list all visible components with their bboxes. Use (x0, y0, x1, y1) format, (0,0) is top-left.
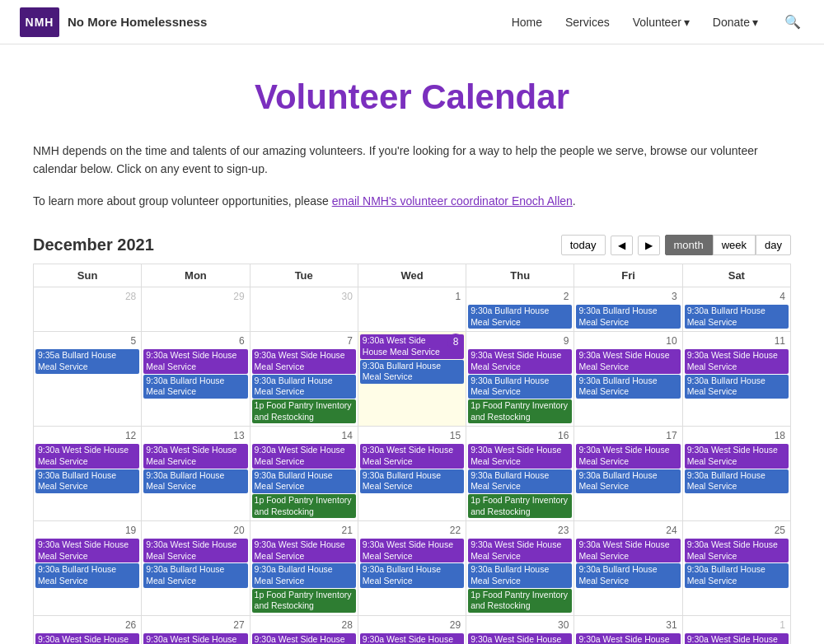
event[interactable]: 9:30a West Side House Meal Service (685, 539, 789, 562)
nav-donate[interactable]: Donate ▾ (713, 16, 758, 29)
event[interactable]: 1p Food Pantry Inventory and Restocking (468, 399, 572, 423)
event[interactable]: 9:30a Bullard House Meal Service (685, 563, 789, 587)
event[interactable]: 9:30a Bullard House Meal Service (685, 305, 789, 329)
nav-home[interactable]: Home (512, 16, 542, 29)
week-view-button[interactable]: week (713, 235, 756, 255)
event[interactable]: 9:30a West Side House Meal Service (252, 539, 356, 562)
event[interactable]: 9:30a Bullard House Meal Service (360, 563, 464, 587)
event[interactable]: 9:30a West Side House Meal Service (360, 444, 464, 468)
col-sun: Sun (34, 264, 142, 287)
table-row: 28 29 30 1 2 9:30a Bullard House Meal Se… (34, 287, 791, 332)
event[interactable]: 9:30a West Side House Meal Service (685, 444, 789, 468)
event[interactable]: 9:30a West Side House Meal Service (143, 633, 247, 644)
next-button[interactable]: ▶ (638, 236, 660, 255)
event[interactable]: 9:30a Bullard House Meal Service (468, 563, 572, 587)
event[interactable]: 9:30a Bullard House Meal Service (576, 563, 680, 587)
event[interactable]: 9:30a Bullard House Meal Service (685, 469, 789, 493)
intro-paragraph-1: NMH depends on the time and talents of o… (33, 142, 791, 179)
event[interactable]: 9:30a Bullard House Meal Service (360, 360, 464, 384)
event[interactable]: 9:30a West Side House Meal Service (360, 539, 464, 562)
event[interactable]: 9:30a Bullard House Meal Service (576, 375, 680, 399)
event[interactable]: 9:30a Bullard House Meal Service (143, 375, 247, 399)
event[interactable]: 9:30a Bullard House Meal Service (468, 469, 572, 493)
event[interactable]: 9:30a West Side House Meal Service (35, 633, 139, 644)
event[interactable]: 9:30a West Side House Meal Service (576, 349, 680, 373)
nav-volunteer[interactable]: Volunteer ▾ (633, 16, 690, 29)
event[interactable]: 9:30a West Side House Meal Service (468, 633, 572, 644)
event[interactable]: 9:30a Bullard House Meal Service (576, 305, 680, 329)
day-cell: 20 9:30a West Side House Meal Service 9:… (142, 521, 250, 616)
event[interactable]: 9:30a West Side House Meal Service (576, 444, 680, 468)
month-view-button[interactable]: month (665, 235, 713, 255)
day-cell: 21 9:30a West Side House Meal Service 9:… (250, 521, 358, 616)
event[interactable]: 9:30a Bullard House Meal Service (468, 305, 572, 329)
event[interactable]: 9:30a West Side House Meal Service (252, 444, 356, 468)
logo-icon: NMH (20, 7, 59, 37)
event[interactable]: 9:30a Bullard House Meal Service (252, 563, 356, 587)
day-cell: 7 9:30a West Side House Meal Service 9:3… (250, 332, 358, 427)
day-cell: 22 9:30a West Side House Meal Service 9:… (358, 521, 466, 616)
event[interactable]: 9:30a West Side House Meal Service (468, 444, 572, 468)
day-view-button[interactable]: day (756, 235, 791, 255)
event[interactable]: 9:30a West Side House Meal Service (468, 539, 572, 562)
event[interactable]: 1p Food Pantry Inventory and Restocking (252, 494, 356, 518)
event[interactable]: 9:30a West Side House Meal Service (252, 349, 356, 373)
event[interactable]: 9:30a West Side House Meal Service (576, 633, 680, 644)
event[interactable]: 9:30a Bullard House Meal Service (252, 375, 356, 399)
col-tue: Tue (250, 264, 358, 287)
day-cell: 28 9:30a West Side House Meal Service 9:… (250, 615, 358, 644)
event[interactable]: 9:30a Bullard House Meal Service (360, 469, 464, 493)
day-cell: 1 9:30a West Side House Meal Service 9:3… (682, 615, 790, 644)
today-button[interactable]: today (561, 235, 606, 255)
day-cell: 3 9:30a Bullard House Meal Service (574, 287, 682, 332)
day-cell: 2 9:30a Bullard House Meal Service (466, 287, 574, 332)
event[interactable]: 1p Food Pantry Inventory and Restocking (468, 589, 572, 613)
day-cell: 23 9:30a West Side House Meal Service 9:… (466, 521, 574, 616)
logo-text: NMH (26, 16, 54, 29)
event[interactable]: 9:30a Bullard House Meal Service (685, 375, 789, 399)
event[interactable]: 9:30a Bullard House Meal Service (35, 469, 139, 493)
event[interactable]: 9:30a Bullard House Meal Service (252, 469, 356, 493)
event[interactable]: 1p Food Pantry Inventory and Restocking (252, 589, 356, 613)
day-cell: 28 (34, 287, 142, 332)
event[interactable]: 9:30a Bullard House Meal Service (143, 469, 247, 493)
main-content: Volunteer Calendar NMH depends on the ti… (16, 44, 808, 644)
event[interactable]: 9:30a West Side House Meal Service (35, 444, 139, 468)
event[interactable]: 9:30a Bullard House Meal Service (35, 563, 139, 587)
event[interactable]: 9:35a Bullard House Meal Service (35, 349, 139, 373)
calendar-table: Sun Mon Tue Wed Thu Fri Sat 28 29 (33, 264, 791, 644)
event[interactable]: 9:30a West Side House Meal Service (360, 633, 464, 644)
event[interactable]: 9:30a Bullard House Meal Service (468, 375, 572, 399)
col-thu: Thu (466, 264, 574, 287)
day-cell: 9 9:30a West Side House Meal Service 9:3… (466, 332, 574, 427)
nav-services[interactable]: Services (565, 16, 610, 29)
event[interactable]: 9:30a West Side House Meal Service (685, 349, 789, 373)
event[interactable]: 9:30a West Side House Meal Service (143, 444, 247, 468)
day-cell: 6 9:30a West Side House Meal Service 9:3… (142, 332, 250, 427)
day-cell: 29 9:30a West Side House Meal Service 9:… (358, 615, 466, 644)
event[interactable]: 1p Food Pantry Inventory and Restocking (252, 399, 356, 423)
event[interactable]: 9:30a West Side House Meal Service (143, 539, 247, 562)
prev-button[interactable]: ◀ (611, 236, 633, 255)
volunteer-coordinator-link[interactable]: email NMH's volunteer coordinator Enoch … (332, 194, 573, 208)
day-cell: 13 9:30a West Side House Meal Service 9:… (142, 427, 250, 521)
event[interactable]: 9:30a West Side House Meal Service (143, 349, 247, 373)
day-cell: 12 9:30a West Side House Meal Service 9:… (34, 427, 142, 521)
event[interactable]: 9:30a West Side House Meal Service (35, 539, 139, 562)
event[interactable]: 9:30a West Side House Meal Service (576, 539, 680, 562)
day-cell: 27 9:30a West Side House Meal Service 9:… (142, 615, 250, 644)
org-name: No More Homelessness (68, 15, 207, 29)
event[interactable]: 9:30a Bullard House Meal Service (576, 469, 680, 493)
event[interactable]: 1p Food Pantry Inventory and Restocking (468, 494, 572, 518)
search-button[interactable]: 🔍 (781, 11, 804, 33)
event[interactable]: 9:30a West Side House Meal Service (468, 349, 572, 373)
day-cell: 18 9:30a West Side House Meal Service 9:… (682, 427, 790, 521)
event[interactable]: 9:30a West Side House Meal Service (685, 633, 789, 644)
day-cell: 30 9:30a West Side House Meal Service 9:… (466, 615, 574, 644)
event[interactable]: 9:30a West Side House Meal Service (252, 633, 356, 644)
day-cell: 26 9:30a West Side House Meal Service 9:… (34, 615, 142, 644)
event[interactable]: 9:30a Bullard House Meal Service (143, 563, 247, 587)
day-cell: 25 9:30a West Side House Meal Service 9:… (682, 521, 790, 616)
calendar-section: December 2021 today ◀ ▶ month week day S… (33, 235, 791, 644)
intro-paragraph-2: To learn more about group volunteer oppo… (33, 192, 791, 210)
